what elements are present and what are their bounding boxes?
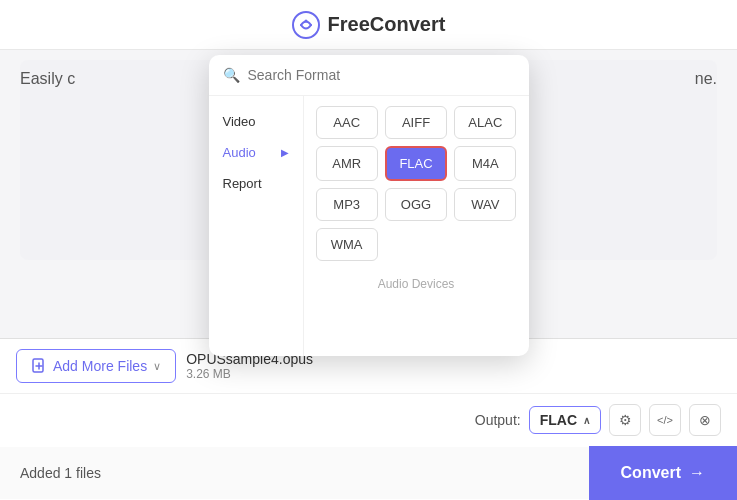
close-icon: ⊗ [699, 412, 711, 428]
search-box: 🔍 [209, 55, 529, 96]
add-more-chevron-icon: ∨ [153, 360, 161, 373]
dropdown-body: Video Audio ▶ Report AAC AIFF ALAC AMR F… [209, 96, 529, 356]
svg-point-1 [304, 19, 307, 22]
format-aiff[interactable]: AIFF [385, 106, 447, 139]
output-label: Output: [475, 412, 521, 428]
add-file-icon [31, 358, 47, 374]
output-value: FLAC [540, 412, 577, 428]
format-mp3[interactable]: MP3 [316, 188, 378, 221]
output-row: Output: FLAC ∧ ⚙ </> ⊗ [0, 394, 737, 446]
settings-button[interactable]: ⚙ [609, 404, 641, 436]
format-amr[interactable]: AMR [316, 146, 378, 181]
logo-icon [292, 11, 320, 39]
formats-panel: AAC AIFF ALAC AMR FLAC M4A MP3 OGG WAV W… [304, 96, 529, 356]
convert-label: Convert [621, 464, 681, 482]
add-more-files-button[interactable]: Add More Files ∨ [16, 349, 176, 383]
format-dropdown: 🔍 Video Audio ▶ Report AAC AIFF ALAC AMR… [209, 55, 529, 356]
output-select[interactable]: FLAC ∧ [529, 406, 601, 434]
category-video[interactable]: Video [209, 106, 303, 137]
format-ogg[interactable]: OGG [385, 188, 447, 221]
file-size: 3.26 MB [186, 367, 313, 381]
search-input[interactable] [248, 67, 515, 83]
gear-icon: ⚙ [619, 412, 632, 428]
status-bar: Added 1 files Convert → [0, 446, 737, 500]
output-chevron-icon: ∧ [583, 415, 590, 426]
format-wav[interactable]: WAV [454, 188, 516, 221]
tagline-end: ne. [695, 70, 717, 88]
category-report[interactable]: Report [209, 168, 303, 199]
logo: FreeConvert [292, 11, 446, 39]
audio-devices-label: Audio Devices [316, 271, 517, 295]
app-header: FreeConvert [0, 0, 737, 50]
code-button[interactable]: </> [649, 404, 681, 436]
format-aac[interactable]: AAC [316, 106, 378, 139]
search-icon: 🔍 [223, 67, 240, 83]
audio-arrow-icon: ▶ [281, 147, 289, 158]
format-flac[interactable]: FLAC [385, 146, 447, 181]
logo-text: FreeConvert [328, 13, 446, 36]
convert-button[interactable]: Convert → [589, 446, 737, 500]
close-button[interactable]: ⊗ [689, 404, 721, 436]
format-m4a[interactable]: M4A [454, 146, 516, 181]
category-audio[interactable]: Audio ▶ [209, 137, 303, 168]
convert-arrow-icon: → [689, 464, 705, 482]
added-files-label: Added 1 files [0, 447, 589, 499]
formats-grid: AAC AIFF ALAC AMR FLAC M4A MP3 OGG WAV W… [316, 106, 517, 261]
tagline-start: Easily c [20, 70, 75, 88]
svg-point-0 [293, 12, 319, 38]
categories-panel: Video Audio ▶ Report [209, 96, 304, 356]
format-alac[interactable]: ALAC [454, 106, 516, 139]
bottom-bar: Add More Files ∨ OPUSsample4.opus 3.26 M… [0, 338, 737, 500]
format-wma[interactable]: WMA [316, 228, 378, 261]
code-icon: </> [657, 414, 673, 426]
